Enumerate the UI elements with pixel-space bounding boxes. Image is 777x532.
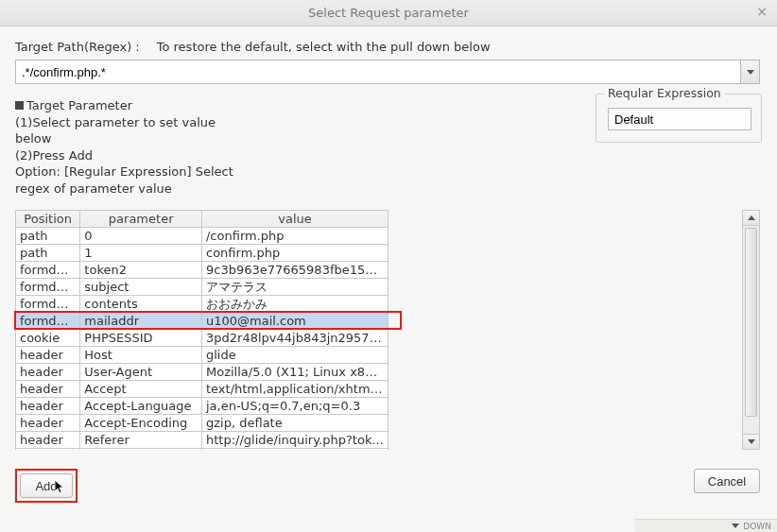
cell-parameter: mailaddr: [80, 313, 202, 330]
cell-parameter: Content-Type: [80, 449, 202, 451]
regex-legend: Reqular Expression: [604, 86, 725, 100]
cell-parameter: Referer: [80, 432, 202, 449]
cell-position: formdata: [16, 279, 80, 296]
table-header-row: Position parameter value: [16, 211, 388, 228]
target-path-dropdown-button[interactable]: [740, 60, 759, 83]
titlebar: Select Request parameter ×: [0, 0, 777, 26]
cell-parameter: 0: [80, 228, 202, 245]
cell-position: header: [16, 449, 80, 451]
cell-value: u100@mail.com: [201, 313, 388, 330]
chevron-down-icon: [732, 523, 739, 528]
cell-position: formdata: [16, 262, 80, 279]
cell-value: gzip, deflate: [201, 415, 388, 432]
cell-position: header: [16, 381, 80, 398]
cell-value: 9c3b963e77665983fbe15ea...: [201, 262, 388, 279]
target-path-combo[interactable]: [15, 60, 760, 84]
table-row[interactable]: headerContent-Typemultipart/form-data; b…: [16, 449, 388, 451]
cell-position: cookie: [16, 330, 80, 347]
table-row[interactable]: headerAccept-Encodinggzip, deflate: [16, 415, 388, 432]
cell-position: path: [16, 228, 80, 245]
cell-parameter: Accept-Language: [80, 398, 202, 415]
cell-parameter: User-Agent: [80, 364, 202, 381]
parameter-table[interactable]: Position parameter value path0/confirm.p…: [15, 210, 388, 450]
footer-text: DOWN: [743, 522, 771, 531]
cell-value: confirm.php: [201, 245, 388, 262]
cell-value: /confirm.php: [201, 228, 388, 245]
cancel-button[interactable]: Cancel: [694, 469, 760, 493]
cell-value: ja,en-US;q=0.7,en;q=0.3: [201, 398, 388, 415]
close-icon[interactable]: ×: [754, 4, 769, 19]
instructions-line: below: [15, 130, 233, 147]
cell-value: multipart/form-data; bounda...: [201, 449, 388, 451]
bullet-icon: [15, 101, 24, 110]
cell-position: header: [16, 398, 80, 415]
table-row[interactable]: headerHostglide: [16, 347, 388, 364]
cell-parameter: Accept: [80, 381, 202, 398]
table-row[interactable]: formdatamailaddru100@mail.com: [16, 313, 388, 330]
instructions-line: Option: [Regular Expression] Select: [15, 163, 233, 180]
instructions-block: Target Parameter (1)Select parameter to …: [15, 97, 233, 197]
table-row[interactable]: cookiePHPSESSID3pd2r48lpv44jb843jn2957bk…: [16, 330, 388, 347]
scroll-down-button[interactable]: [743, 434, 759, 449]
cell-value: おおみかみ: [201, 296, 388, 313]
instructions-line: regex of parameter value: [15, 180, 233, 197]
target-path-hint: To restore the default, select with the …: [157, 40, 491, 54]
cell-parameter: subject: [80, 279, 202, 296]
cell-position: header: [16, 415, 80, 432]
instructions-line: (2)Press Add: [15, 147, 233, 164]
cell-position: header: [16, 347, 80, 364]
cell-position: header: [16, 432, 80, 449]
table-row[interactable]: path0/confirm.php: [16, 228, 388, 245]
chevron-up-icon: [748, 215, 755, 220]
table-row[interactable]: headerUser-AgentMozilla/5.0 (X11; Linux …: [16, 364, 388, 381]
cell-value: text/html,application/xhtml+...: [201, 381, 388, 398]
cell-position: formdata: [16, 313, 80, 330]
cell-parameter: Host: [80, 347, 202, 364]
cell-value: glide: [201, 347, 388, 364]
add-button-highlight: Add: [15, 469, 78, 503]
table-row[interactable]: path1confirm.php: [16, 245, 388, 262]
regex-input[interactable]: [609, 109, 777, 129]
cell-position: header: [16, 364, 80, 381]
scroll-thumb[interactable]: [745, 228, 757, 417]
cell-parameter: PHPSESSID: [80, 330, 202, 347]
cell-parameter: Accept-Encoding: [80, 415, 202, 432]
col-value[interactable]: value: [201, 211, 388, 228]
cell-position: path: [16, 245, 80, 262]
cell-value: 3pd2r48lpv44jb843jn2957bk5: [201, 330, 388, 347]
table-row[interactable]: headerAccept-Languageja,en-US;q=0.7,en;q…: [16, 398, 388, 415]
table-row[interactable]: headerRefererhttp://glide/inquiry.php?to…: [16, 432, 388, 449]
add-button[interactable]: Add: [20, 473, 73, 498]
cell-parameter: token2: [80, 262, 202, 279]
cell-value: http://glide/inquiry.php?toke...: [201, 432, 388, 449]
chevron-down-icon: [747, 70, 754, 75]
cell-parameter: contents: [80, 296, 202, 313]
regex-group: Reqular Expression: [596, 94, 762, 143]
cell-parameter: 1: [80, 245, 202, 262]
col-position[interactable]: Position: [16, 211, 80, 228]
vertical-scrollbar[interactable]: [743, 210, 760, 450]
table-row[interactable]: formdatasubjectアマテラス: [16, 279, 388, 296]
instructions-line: (1)Select parameter to set value: [15, 114, 233, 131]
scroll-up-button[interactable]: [743, 211, 759, 226]
table-row[interactable]: headerAccepttext/html,application/xhtml+…: [16, 381, 388, 398]
footer-strip: DOWN: [635, 519, 777, 532]
chevron-down-icon: [748, 439, 755, 444]
window-title: Select Request parameter: [308, 6, 469, 20]
col-parameter[interactable]: parameter: [80, 211, 202, 228]
cell-position: formdata: [16, 296, 80, 313]
table-row[interactable]: formdatacontentsおおみかみ: [16, 296, 388, 313]
cell-value: アマテラス: [201, 279, 388, 296]
parameter-table-wrap: Position parameter value path0/confirm.p…: [15, 210, 760, 450]
target-path-label: Target Path(Regex) :: [15, 40, 140, 54]
table-row[interactable]: formdatatoken29c3b963e77665983fbe15ea...: [16, 262, 388, 279]
regex-combo[interactable]: [608, 108, 751, 130]
target-path-input[interactable]: [16, 60, 740, 83]
cell-value: Mozilla/5.0 (X11; Linux x86_...: [201, 364, 388, 381]
instructions-heading: Target Parameter: [26, 98, 132, 112]
